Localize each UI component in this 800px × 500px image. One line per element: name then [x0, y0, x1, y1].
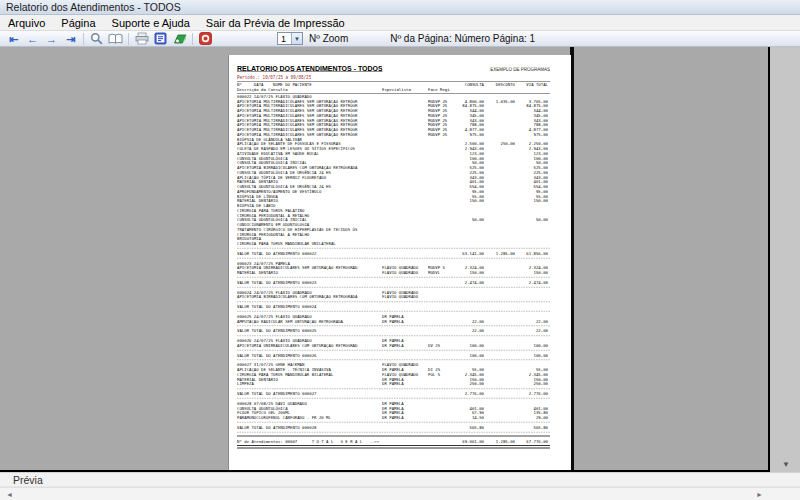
export-button[interactable]	[170, 32, 189, 46]
attendance-total-row: VALOR TOTAL DO ATENDIMENTO 0000272.776,0…	[237, 391, 550, 396]
separator-rule	[237, 420, 550, 423]
attendance-total-row: VALOR TOTAL DO ATENDIMENTO 00002263.141,…	[237, 251, 550, 256]
separator-rule	[237, 358, 550, 361]
toolbar: ⇤ ← → ⇥	[0, 31, 800, 47]
preview-area[interactable]: RELATORIO DOS ATENDIMENTOS - TODOS EXEMP…	[0, 47, 770, 472]
separator-rule	[237, 386, 550, 389]
two-page-view-button[interactable]	[106, 32, 125, 46]
app-window: Relatorio dos Atendimentos - TODOS Arqui…	[0, 0, 800, 500]
chevron-down-icon[interactable]: ▼	[291, 33, 302, 44]
attendance-total-row: VALOR TOTAL DO ATENDIMENTO 00002522,0022…	[237, 329, 550, 334]
separator-rule	[237, 285, 550, 288]
separator-rule	[237, 309, 550, 312]
attendance-total-row: VALOR TOTAL DO ATENDIMENTO 000026100,001…	[237, 353, 550, 358]
scroll-down-icon[interactable]: ▼	[782, 460, 790, 469]
report-document: RELATORIO DOS ATENDIMENTOS - TODOS EXEMP…	[229, 55, 557, 449]
page-info-label: Nº da Página: Número Página: 1	[390, 33, 535, 44]
toolbar-separator	[128, 33, 129, 45]
print-setup-icon	[154, 32, 167, 45]
first-page-button[interactable]: ⇤	[4, 32, 23, 46]
print-icon	[135, 32, 149, 45]
attendance-total-row: VALOR TOTAL DO ATENDIMENTO 000028565,805…	[237, 425, 550, 430]
zoom-page-select-value: 1	[278, 34, 291, 44]
toolbar-separator	[192, 33, 193, 45]
menu-item-suporte[interactable]: Suporte e Ajuda	[104, 15, 198, 30]
zoom-label: Nº Zoom	[309, 33, 348, 44]
report-print-date: 09/08/25	[521, 80, 540, 81]
window-titlebar[interactable]: Relatorio dos Atendimentos - TODOS	[0, 0, 800, 15]
separator-rule	[237, 333, 550, 336]
report-body: 000022 14/07/25 FLAVIO QUADRADOAPICETOMI…	[237, 94, 550, 449]
report-period: Período.: 10/07/25 à 09/08/25	[237, 75, 311, 81]
next-page-button[interactable]: →	[42, 32, 61, 46]
scroll-right-icon[interactable]: ►	[752, 489, 767, 500]
procedure-row: MATERIAL DENTARIOFLAVIO QUADRADOMODVL150…	[237, 270, 550, 275]
report-company: EXEMPLO DE PROGRAMAS	[490, 67, 550, 72]
procedure-row: LIMPEZADR PAMELA250,00250,00	[237, 382, 550, 387]
separator-rule	[237, 430, 550, 433]
separator-rule	[237, 256, 550, 259]
separator-rule	[237, 299, 550, 302]
report-page: RELATORIO DOS ATENDIMENTOS - TODOS EXEMP…	[228, 55, 571, 470]
menu-item-sair-previa[interactable]: Sair da Prévia de Impressão	[198, 15, 353, 30]
procedure-row: APICETOMIA BIRRADICULARES COM OBTURAÇÃO …	[237, 295, 550, 300]
print-setup-button[interactable]	[151, 32, 170, 46]
procedure-row: CIRURGIA PARA TORUS MANDIBULAR UNILATERA…	[237, 241, 550, 246]
toolbar-separator	[83, 33, 84, 45]
menu-item-arquivo[interactable]: Arquivo	[0, 15, 53, 30]
procedure-row: APICETOMIA UNIRRADICULARES COM OBTURAÇÃO…	[237, 343, 550, 348]
menu-item-pagina[interactable]: Página	[53, 15, 103, 30]
status-label: Prévia	[13, 474, 43, 486]
prev-page-icon: ←	[27, 32, 38, 46]
separator-rule	[237, 324, 550, 327]
zoom-page-select[interactable]: 1 ▼	[277, 32, 303, 45]
attendance-total-row: VALOR TOTAL DO ATENDIMENTO 0000232.474,0…	[237, 280, 550, 285]
report-title: RELATORIO DOS ATENDIMENTOS - TODOS	[237, 66, 383, 72]
export-icon	[173, 32, 187, 45]
last-page-button[interactable]: ⇥	[61, 32, 80, 46]
window-title: Relatorio dos Atendimentos - TODOS	[6, 1, 181, 13]
menu-bar: Arquivo Página Suporte e Ajuda Sair da P…	[0, 15, 800, 31]
last-page-icon: ⇥	[66, 32, 75, 46]
scroll-left-icon[interactable]: ◄	[2, 489, 17, 500]
first-page-icon: ⇤	[9, 32, 18, 46]
two-page-view-icon	[108, 33, 123, 45]
separator-rule	[237, 275, 550, 278]
procedure-row: AMPUTAÇÃO RADICULAR SEM OBTURAÇÃO RETROG…	[237, 319, 550, 324]
next-page-icon: →	[46, 32, 57, 46]
preview-right-strip: ▼	[770, 47, 800, 472]
separator-rule	[237, 348, 550, 351]
prev-page-button[interactable]: ←	[23, 32, 42, 46]
attendance-total-row: VALOR TOTAL DO ATENDIMENTO 000024	[237, 304, 550, 309]
status-bar: Prévia	[0, 472, 800, 486]
separator-rule	[237, 246, 550, 249]
column-header-row-2: Descrição da Consulta Especialista Face …	[237, 87, 550, 92]
separator-rule	[237, 396, 550, 399]
close-preview-button[interactable]	[196, 32, 215, 46]
close-preview-icon	[199, 32, 212, 45]
separator-rule	[237, 435, 550, 437]
horizontal-scrollbar[interactable]: ◄ ►	[0, 487, 800, 500]
zoom-icon	[90, 32, 103, 45]
grand-total-row: Nº de Atendimentos: 00007 T O T A L G E …	[237, 439, 550, 444]
zoom-button[interactable]	[87, 32, 106, 46]
procedure-row: PARAMONOCLOROFENOL CANFORADO - FR 20 MLD…	[237, 415, 550, 420]
print-button[interactable]	[132, 32, 151, 46]
separator-rule	[237, 445, 550, 449]
